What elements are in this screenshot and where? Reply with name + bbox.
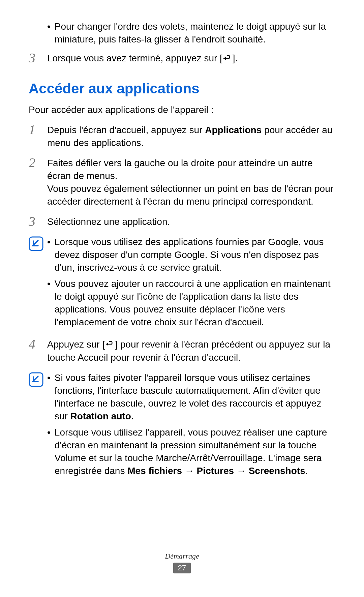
step-number: 3 xyxy=(29,215,47,228)
numbered-step: 3 Sélectionnez une application. xyxy=(29,215,335,228)
note-block: • Si vous faites pivoter l'appareil lors… xyxy=(29,371,335,481)
step-text: Vous pouvez également sélectionner un po… xyxy=(47,182,335,208)
note-block: • Lorsque vous utilisez des applications… xyxy=(29,236,335,332)
section-heading: Accéder aux applications xyxy=(29,81,335,97)
bullet-item: • Vous pouvez ajouter un raccourci à une… xyxy=(47,277,335,329)
step-number: 4 xyxy=(29,338,47,364)
step-content: Faites défiler vers la gauche ou la droi… xyxy=(47,157,335,208)
bullet-dot: • xyxy=(47,426,51,477)
svg-rect-1 xyxy=(29,373,43,386)
bullet-text: Pour changer l'ordre des volets, mainten… xyxy=(55,20,335,46)
bullet-text-bold: Pictures xyxy=(197,466,234,476)
back-icon xyxy=(105,338,115,351)
bullet-text-part: . xyxy=(305,466,308,476)
bullet-text-bold: Rotation auto xyxy=(70,411,131,421)
step-number: 3 xyxy=(29,52,47,65)
step-text: ]. xyxy=(233,53,238,63)
bullet-text: Vous pouvez ajouter un raccourci à une a… xyxy=(55,277,335,329)
bullet-dot: • xyxy=(47,236,51,274)
bullet-dot: • xyxy=(47,371,51,423)
bullet-text: Si vous faites pivoter l'appareil lorsqu… xyxy=(55,371,335,423)
step-number: 1 xyxy=(29,124,47,149)
note-content: • Si vous faites pivoter l'appareil lors… xyxy=(47,371,335,481)
step-number: 2 xyxy=(29,157,47,208)
note-icon xyxy=(29,236,47,332)
intro-text: Pour accéder aux applications de l'appar… xyxy=(29,103,335,116)
bullet-text-part: . xyxy=(131,411,134,421)
step-text: Faites défiler vers la gauche ou la droi… xyxy=(47,157,335,182)
footer-section-name: Démarrage xyxy=(0,552,364,561)
numbered-step: 1 Depuis l'écran d'accueil, appuyez sur … xyxy=(29,124,335,149)
numbered-step: 2 Faites défiler vers la gauche ou la dr… xyxy=(29,157,335,208)
step-text: Lorsque vous avez terminé, appuyez sur [ xyxy=(47,53,222,63)
note-content: • Lorsque vous utilisez des applications… xyxy=(47,236,335,332)
note-icon xyxy=(29,371,47,481)
numbered-step: 3 Lorsque vous avez terminé, appuyez sur… xyxy=(29,52,335,65)
svg-rect-0 xyxy=(29,237,43,250)
bullet-text: Lorsque vous utilisez l'appareil, vous p… xyxy=(55,426,335,477)
step-content: Depuis l'écran d'accueil, appuyez sur Ap… xyxy=(47,124,335,149)
step-content: Sélectionnez une application. xyxy=(47,215,335,228)
bullet-dot: • xyxy=(47,20,51,46)
bullet-item: • Lorsque vous utilisez des applications… xyxy=(47,236,335,274)
step-content: Lorsque vous avez terminé, appuyez sur [… xyxy=(47,52,335,65)
bullet-item: • Si vous faites pivoter l'appareil lors… xyxy=(47,371,335,423)
step-text: Depuis l'écran d'accueil, appuyez sur xyxy=(47,125,205,135)
numbered-step: 4 Appuyez sur [] pour revenir à l'écran … xyxy=(29,338,335,364)
bullet-text: Lorsque vous utilisez des applications f… xyxy=(55,236,335,274)
page-footer: Démarrage 27 xyxy=(0,552,364,573)
bullet-dot: • xyxy=(47,277,51,329)
bullet-item: • Lorsque vous utilisez l'appareil, vous… xyxy=(47,426,335,477)
page-number: 27 xyxy=(173,563,191,573)
bullet-text-bold: Mes fichiers xyxy=(127,466,182,476)
bullet-text-bold: Screenshots xyxy=(249,466,305,476)
step-content: Appuyez sur [] pour revenir à l'écran pr… xyxy=(47,338,335,364)
back-icon xyxy=(222,53,233,65)
arrow-icon: → xyxy=(234,466,249,476)
step-text-bold: Applications xyxy=(205,125,262,135)
bullet-item: • Pour changer l'ordre des volets, maint… xyxy=(47,20,335,46)
step-text: Appuyez sur [ xyxy=(47,339,105,350)
arrow-icon: → xyxy=(182,466,197,476)
